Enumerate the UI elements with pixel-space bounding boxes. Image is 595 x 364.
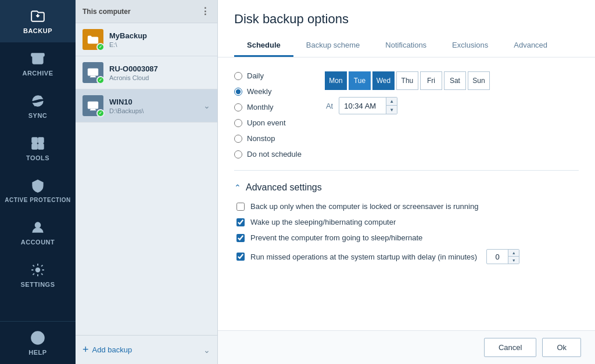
time-input[interactable] [339, 99, 386, 113]
backup-item-icon-mybackup [83, 29, 103, 50]
checkbox-locked-label: Back up only when the computer is locked… [250, 202, 478, 211]
backup-item-sub: D:\Backups\ [109, 107, 203, 114]
checkbox-locked-input[interactable] [236, 203, 245, 211]
day-sun[interactable]: Sun [468, 71, 490, 90]
settings-icon [30, 262, 46, 278]
schedule-options: Daily Weekly Monthly Upon event Nonstop [234, 71, 302, 158]
delay-spinner: ▲ ▼ [486, 249, 519, 264]
main-footer: Cancel Ok [218, 330, 595, 364]
radio-do-not-schedule[interactable]: Do not schedule [234, 150, 302, 158]
sidebar-item-backup-label: BACKUP [23, 27, 52, 34]
radio-daily[interactable]: Daily [234, 71, 302, 80]
time-input-wrap: ▲ ▼ [339, 97, 397, 114]
sidebar-item-active-protection[interactable]: ACTIVE PROTECTION [0, 170, 76, 211]
panel-list-header: This computer ⋮ [76, 0, 217, 23]
panel-header-menu[interactable]: ⋮ [200, 6, 210, 17]
sidebar-item-help[interactable]: HELP [0, 322, 76, 364]
radio-nonstop-label: Nonstop [247, 134, 275, 143]
radio-upon-event-input[interactable] [234, 119, 242, 127]
sidebar-item-tools-label: TOOLS [26, 154, 49, 161]
advanced-settings-list: Back up only when the computer is locked… [236, 202, 579, 264]
tab-notifications[interactable]: Notifications [372, 35, 439, 57]
backup-item-icon-win10 [83, 95, 103, 116]
radio-weekly-input[interactable] [234, 88, 242, 96]
status-badge [96, 109, 105, 117]
delay-decrement-button[interactable]: ▼ [508, 257, 519, 264]
svg-point-8 [37, 341, 38, 341]
sidebar-item-settings[interactable]: SETTINGS [0, 254, 76, 296]
delay-increment-button[interactable]: ▲ [508, 250, 519, 257]
radio-do-not-schedule-input[interactable] [234, 150, 242, 158]
day-mon[interactable]: Mon [325, 71, 347, 90]
sidebar-item-archive[interactable]: ARCHIVE [0, 42, 76, 85]
day-wed[interactable]: Wed [372, 71, 395, 90]
radio-nonstop[interactable]: Nonstop [234, 134, 302, 143]
tab-advanced[interactable]: Advanced [501, 35, 560, 57]
sync-icon [30, 93, 46, 109]
ok-button[interactable]: Ok [542, 338, 581, 357]
add-backup-label: Add backup [92, 345, 132, 354]
delay-spinner-input[interactable] [487, 251, 508, 263]
sidebar-item-account-label: ACCOUNT [21, 239, 55, 246]
checkbox-wake-up-input[interactable] [236, 218, 245, 226]
advanced-settings-title: Advanced settings [246, 182, 322, 193]
radio-monthly[interactable]: Monthly [234, 103, 302, 111]
cancel-button[interactable]: Cancel [484, 338, 536, 357]
checkbox-prevent-sleep[interactable]: Prevent the computer from going to sleep… [236, 233, 579, 242]
panel-header-title: This computer [83, 8, 131, 16]
account-icon [30, 219, 46, 236]
svg-rect-9 [88, 69, 98, 76]
day-picker: Mon Tue Wed Thu Fri Sat Sun [325, 71, 490, 90]
panel-list: This computer ⋮ MyBackup E:\ RU-O0003087… [76, 0, 218, 364]
checkbox-locked[interactable]: Back up only when the computer is locked… [236, 202, 579, 211]
svg-rect-2 [38, 138, 44, 143]
checkbox-missed-ops[interactable]: Run missed operations at the system star… [236, 249, 579, 264]
time-increment-button[interactable]: ▲ [386, 98, 397, 106]
time-decrement-button[interactable]: ▼ [386, 106, 397, 114]
sidebar-item-tools[interactable]: TOOLS [0, 127, 76, 170]
day-thu[interactable]: Thu [396, 71, 418, 90]
time-label: At [326, 102, 333, 110]
svg-point-5 [35, 222, 41, 228]
delay-spinner-buttons: ▲ ▼ [508, 250, 519, 264]
status-badge [96, 76, 105, 84]
main-content: Disk backup options Schedule Backup sche… [218, 0, 595, 364]
panel-footer: + Add backup ⌄ [76, 335, 217, 364]
main-header: Disk backup options Schedule Backup sche… [218, 0, 595, 57]
day-sat[interactable]: Sat [444, 71, 466, 90]
backup-item-name: RU-O0003087 [109, 64, 210, 73]
sidebar-item-archive-label: ARCHIVE [22, 70, 53, 77]
chevron-down-icon[interactable]: ⌄ [203, 345, 210, 355]
backup-icon [30, 8, 46, 24]
tab-backup-scheme[interactable]: Backup scheme [293, 35, 373, 57]
time-spinners: ▲ ▼ [386, 98, 397, 114]
sidebar-item-sync-label: SYNC [28, 112, 48, 119]
backup-item-sub: E:\ [109, 41, 210, 48]
day-tue[interactable]: Tue [349, 71, 371, 90]
tab-exclusions[interactable]: Exclusions [439, 35, 501, 57]
advanced-settings-header[interactable]: ⌃ Advanced settings [234, 182, 579, 193]
checkbox-prevent-sleep-input[interactable] [236, 234, 245, 242]
collapse-icon: ⌃ [234, 183, 241, 192]
day-fri[interactable]: Fri [420, 71, 442, 90]
radio-weekly[interactable]: Weekly [234, 87, 302, 96]
checkbox-prevent-sleep-label: Prevent the computer from going to sleep… [250, 233, 422, 242]
list-item[interactable]: MyBackup E:\ [76, 23, 217, 56]
tab-schedule[interactable]: Schedule [234, 35, 293, 57]
checkbox-wake-up[interactable]: Wake up the sleeping/hibernating compute… [236, 218, 579, 226]
radio-upon-event[interactable]: Upon event [234, 118, 302, 127]
tab-content-schedule: Daily Weekly Monthly Upon event Nonstop [218, 57, 595, 330]
radio-daily-input[interactable] [234, 72, 242, 80]
sidebar-item-account[interactable]: ACCOUNT [0, 211, 76, 254]
sidebar-item-backup[interactable]: BACKUP [0, 0, 76, 42]
list-item[interactable]: WIN10 D:\Backups\ ⌄ [76, 89, 217, 122]
radio-monthly-input[interactable] [234, 103, 242, 111]
radio-nonstop-input[interactable] [234, 135, 242, 143]
add-backup-button[interactable]: + Add backup [83, 344, 132, 356]
svg-rect-0 [31, 53, 44, 56]
list-item[interactable]: RU-O0003087 Acronis Cloud [76, 56, 217, 89]
sidebar-item-sync[interactable]: SYNC [0, 85, 76, 127]
checkbox-missed-ops-input[interactable] [236, 253, 245, 261]
svg-rect-4 [38, 144, 44, 149]
checkbox-wake-up-label: Wake up the sleeping/hibernating compute… [250, 218, 396, 226]
